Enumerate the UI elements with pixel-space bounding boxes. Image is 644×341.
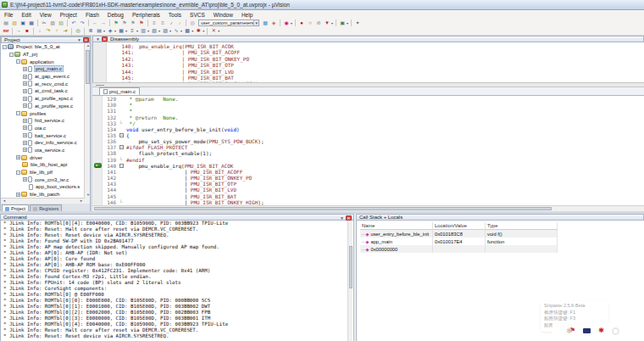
toolbox-icon[interactable]: ✱ xyxy=(195,27,203,35)
expand-icon[interactable]: + xyxy=(23,148,27,152)
tree-item-at-profile-spsc-c[interactable]: +at_profile_spsc.c xyxy=(1,95,85,103)
collapse-icon[interactable]: − xyxy=(16,111,20,115)
project-horizontal-scrollbar[interactable]: ◄ ► xyxy=(1,198,85,204)
show-next-statement-icon[interactable]: ◎ xyxy=(75,27,82,35)
collapse-icon[interactable]: − xyxy=(16,59,20,64)
column-header-location-value[interactable]: Location/Value xyxy=(433,222,486,230)
tree-item-ota-service-c[interactable]: +ota_service.c xyxy=(1,147,85,154)
project-vertical-scrollbar[interactable]: ▲ ▼ xyxy=(84,43,90,204)
flash-download-icon[interactable]: ▼ xyxy=(324,20,331,27)
expand-icon[interactable]: + xyxy=(23,81,27,86)
command-vertical-scrollbar[interactable] xyxy=(347,221,353,341)
tree-item-proj-main-c[interactable]: +proj_main.c xyxy=(1,65,85,73)
tree-item-ble-lib-plf[interactable]: −ble_lib_plf xyxy=(1,169,85,176)
tree-item-core-cm3-isr-c[interactable]: +core_cm3_isr.c xyxy=(1,176,85,183)
target-select-combo[interactable]: user_custom_parameters▾ xyxy=(198,20,259,26)
symbols-window-icon[interactable]: ◈ xyxy=(107,27,114,35)
open-file-icon[interactable]: ▨ xyxy=(11,20,19,27)
reset-icon[interactable]: RST xyxy=(3,27,10,35)
tree-item-at-prj[interactable]: −AT_prj xyxy=(1,51,85,59)
dropdown-arrow-icon[interactable]: ▾ xyxy=(347,21,348,25)
navigate-back-icon[interactable]: ← xyxy=(92,20,99,27)
collapse-icon[interactable]: − xyxy=(3,45,7,49)
uncomment-icon[interactable]: ∕∕ xyxy=(176,20,184,27)
cut-icon[interactable]: ✂ xyxy=(41,20,48,27)
breakpoint-icon[interactable]: ● xyxy=(298,20,306,27)
callstack-window-icon[interactable]: ≡ xyxy=(129,27,136,35)
column-header-name[interactable]: Name xyxy=(360,222,433,230)
memory-window-icon[interactable]: ▧ xyxy=(151,27,158,35)
step-over-icon[interactable]: ↷ xyxy=(45,27,53,35)
dropdown-arrow-icon[interactable]: ▾ xyxy=(218,29,219,33)
dropdown-arrow-icon[interactable]: ▾ xyxy=(192,29,193,33)
fold-collapse-icon[interactable]: − xyxy=(119,133,124,137)
expand-icon[interactable]: + xyxy=(23,97,27,101)
navigate-forward-icon[interactable]: → xyxy=(100,20,108,27)
save-icon[interactable]: ▣ xyxy=(19,20,27,27)
expand-icon[interactable]: + xyxy=(23,177,27,182)
bookmark-clear-icon[interactable]: ⚑ xyxy=(138,20,146,27)
dropdown-arrow-icon[interactable]: ▾ xyxy=(291,21,292,25)
snipaste-gear-icon[interactable]: ✱ xyxy=(566,327,573,335)
menu-view[interactable]: View xyxy=(36,12,56,18)
tree-item-at-recv-cmd-c[interactable]: +at_recv_cmd.c xyxy=(1,80,85,87)
tree-item-app-boot-vectors-s[interactable]: app_boot_vectors.s xyxy=(1,183,85,191)
expand-icon[interactable]: + xyxy=(23,89,27,93)
analysis-window-icon[interactable]: ∿ xyxy=(173,27,180,35)
menu-flash[interactable]: Flash xyxy=(81,12,103,18)
snipaste-circle-icon[interactable] xyxy=(612,327,619,335)
menu-peripherals[interactable]: Peripherals xyxy=(128,12,164,18)
run-icon[interactable]: → xyxy=(15,27,23,35)
expand-icon[interactable]: + xyxy=(23,141,27,145)
menu-debug[interactable]: Debug xyxy=(103,12,128,18)
collapse-icon[interactable]: − xyxy=(9,53,14,57)
fold-collapse-icon[interactable]: − xyxy=(119,164,124,168)
copy-icon[interactable]: ▥ xyxy=(49,20,57,27)
target-select-arrow-icon[interactable]: ▾ xyxy=(253,20,258,25)
collapse-icon[interactable]: − xyxy=(16,170,20,175)
expand-icon[interactable]: + xyxy=(23,133,27,137)
snipaste-settings-icon[interactable]: ✱ xyxy=(598,327,604,335)
tree-item-at-cmd-task-c[interactable]: +at_cmd_task.c xyxy=(1,87,85,95)
dropdown-arrow-icon[interactable]: ▾ xyxy=(125,29,127,33)
window-layout-icon[interactable]: ▣ xyxy=(339,20,347,27)
environment-icon[interactable]: ◈ xyxy=(270,20,278,27)
debug-restore-icon[interactable]: ✕ xyxy=(210,27,218,35)
dropdown-arrow-icon[interactable]: ▾ xyxy=(331,21,333,25)
tree-item-profiles[interactable]: −profiles xyxy=(1,109,85,117)
indent-left-icon[interactable]: ≡ xyxy=(151,20,158,27)
command-window-icon[interactable]: ≣ xyxy=(87,27,95,35)
editor-margin[interactable] xyxy=(92,96,103,205)
dropdown-arrow-icon[interactable]: ▾ xyxy=(114,29,116,33)
magnifier-icon[interactable]: ◉ xyxy=(283,20,291,27)
callstack-row-0x00000000[interactable]: ─◆0x00000000 xyxy=(360,245,558,253)
tree-item-ota-c[interactable]: +ota.c xyxy=(1,125,85,132)
system-viewer-icon[interactable]: ▩ xyxy=(184,27,192,35)
expand-icon[interactable]: + xyxy=(23,67,27,71)
bookmark-icon[interactable]: ⚑ xyxy=(113,20,120,27)
bookmark-next-icon[interactable]: ⚑ xyxy=(130,20,137,27)
disassembly-close-icon[interactable]: ✕ xyxy=(102,36,108,42)
bookmark-prev-icon[interactable]: ⚑ xyxy=(121,20,129,27)
redo-icon[interactable]: ↷ xyxy=(79,20,86,27)
menu-file[interactable]: File xyxy=(0,12,17,18)
tree-item-batt-service-c[interactable]: +batt_service.c xyxy=(1,131,85,139)
dropdown-arrow-icon[interactable]: ▾ xyxy=(147,29,149,33)
dropdown-arrow-icon[interactable]: ▾ xyxy=(103,29,105,33)
callstack-row-app-main[interactable]: ─◆app_main0x010017E4function xyxy=(360,238,558,245)
disassembly-window[interactable]: 140:pmu_enable_irq(PMU_ISR_BIT_ACOK141: … xyxy=(92,42,644,82)
wrench-icon[interactable]: ✦ xyxy=(354,20,362,27)
expand-icon[interactable]: + xyxy=(23,126,27,130)
project-pin-icon[interactable]: ▼ xyxy=(76,37,82,42)
menu-project[interactable]: Project xyxy=(56,12,81,18)
dropdown-arrow-icon[interactable]: ▾ xyxy=(136,29,138,33)
stop-icon[interactable]: ■ xyxy=(24,27,31,35)
disassembly-pin-icon[interactable]: ▼ xyxy=(95,36,101,42)
new-file-icon[interactable]: ▤ xyxy=(3,20,10,27)
tree-item-project-ble-5-0-at[interactable]: −Project: ble_5_0_at xyxy=(1,43,85,51)
code-editor[interactable]: 129 * @param None.130 *131 *132 * @retur… xyxy=(92,96,644,205)
fold-collapse-icon[interactable]: − xyxy=(119,145,124,149)
project-close-icon[interactable]: ✕ xyxy=(83,37,89,42)
breakpoint-disable-icon[interactable]: ○ xyxy=(307,20,314,27)
step-into-icon[interactable]: ↓ xyxy=(36,27,44,35)
